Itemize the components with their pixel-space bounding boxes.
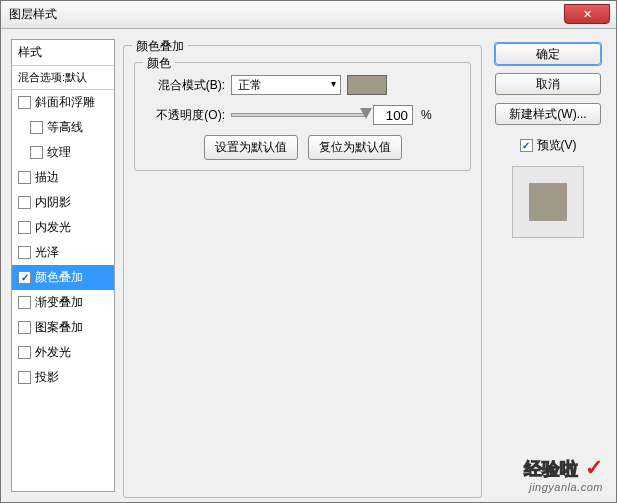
style-label: 等高线 bbox=[47, 119, 83, 136]
new-style-button[interactable]: 新建样式(W)... bbox=[495, 103, 601, 125]
options-panel: 颜色叠加 颜色 混合模式(B): 正常 不透明度(O): bbox=[123, 39, 482, 492]
style-item[interactable]: 纹理 bbox=[12, 140, 114, 165]
sidebar-blending-options[interactable]: 混合选项:默认 bbox=[12, 66, 114, 90]
slider-thumb-icon[interactable] bbox=[360, 108, 372, 119]
style-label: 颜色叠加 bbox=[35, 269, 83, 286]
style-checkbox[interactable] bbox=[18, 96, 31, 109]
style-item[interactable]: 斜面和浮雕 bbox=[12, 90, 114, 115]
section-title: 颜色叠加 bbox=[132, 38, 188, 55]
style-item[interactable]: 等高线 bbox=[12, 115, 114, 140]
style-checkbox[interactable] bbox=[18, 346, 31, 359]
preview-checkbox[interactable] bbox=[520, 139, 533, 152]
style-checkbox[interactable] bbox=[30, 121, 43, 134]
opacity-slider[interactable] bbox=[231, 113, 367, 117]
style-item[interactable]: 光泽 bbox=[12, 240, 114, 265]
section-fieldset: 颜色叠加 颜色 混合模式(B): 正常 不透明度(O): bbox=[123, 45, 482, 498]
blend-mode-label: 混合模式(B): bbox=[145, 77, 225, 94]
style-checkbox[interactable] bbox=[18, 371, 31, 384]
style-item[interactable]: 颜色叠加 bbox=[12, 265, 114, 290]
content-area: 样式 混合选项:默认 斜面和浮雕等高线纹理描边内阴影内发光光泽颜色叠加渐变叠加图… bbox=[1, 29, 616, 502]
style-checkbox[interactable] bbox=[18, 321, 31, 334]
style-label: 斜面和浮雕 bbox=[35, 94, 95, 111]
preview-swatch bbox=[529, 183, 567, 221]
style-label: 投影 bbox=[35, 369, 59, 386]
preview-box bbox=[512, 166, 584, 238]
titlebar: 图层样式 ✕ bbox=[1, 1, 616, 29]
opacity-unit: % bbox=[421, 108, 432, 122]
style-list: 斜面和浮雕等高线纹理描边内阴影内发光光泽颜色叠加渐变叠加图案叠加外发光投影 bbox=[12, 90, 114, 491]
style-checkbox[interactable] bbox=[18, 196, 31, 209]
style-item[interactable]: 投影 bbox=[12, 365, 114, 390]
style-label: 内发光 bbox=[35, 219, 71, 236]
style-item[interactable]: 图案叠加 bbox=[12, 315, 114, 340]
preview-label: 预览(V) bbox=[537, 137, 577, 154]
group-title: 颜色 bbox=[143, 55, 175, 72]
make-default-button[interactable]: 设置为默认值 bbox=[204, 135, 298, 160]
style-label: 渐变叠加 bbox=[35, 294, 83, 311]
style-label: 光泽 bbox=[35, 244, 59, 261]
style-checkbox[interactable] bbox=[30, 146, 43, 159]
layer-style-dialog: 图层样式 ✕ 样式 混合选项:默认 斜面和浮雕等高线纹理描边内阴影内发光光泽颜色… bbox=[0, 0, 617, 503]
styles-sidebar: 样式 混合选项:默认 斜面和浮雕等高线纹理描边内阴影内发光光泽颜色叠加渐变叠加图… bbox=[11, 39, 115, 492]
opacity-label: 不透明度(O): bbox=[145, 107, 225, 124]
close-button[interactable]: ✕ bbox=[564, 4, 610, 24]
opacity-input[interactable] bbox=[373, 105, 413, 125]
action-panel: 确定 取消 新建样式(W)... 预览(V) bbox=[490, 39, 606, 492]
cancel-button[interactable]: 取消 bbox=[495, 73, 601, 95]
sidebar-header[interactable]: 样式 bbox=[12, 40, 114, 66]
blend-mode-value: 正常 bbox=[238, 77, 262, 94]
style-checkbox[interactable] bbox=[18, 271, 31, 284]
blend-mode-row: 混合模式(B): 正常 bbox=[145, 75, 460, 95]
style-checkbox[interactable] bbox=[18, 171, 31, 184]
style-checkbox[interactable] bbox=[18, 246, 31, 259]
style-label: 图案叠加 bbox=[35, 319, 83, 336]
preview-row[interactable]: 预览(V) bbox=[520, 137, 577, 154]
style-checkbox[interactable] bbox=[18, 296, 31, 309]
style-label: 纹理 bbox=[47, 144, 71, 161]
ok-button[interactable]: 确定 bbox=[495, 43, 601, 65]
opacity-row: 不透明度(O): % bbox=[145, 105, 460, 125]
window-title: 图层样式 bbox=[9, 6, 57, 23]
style-label: 描边 bbox=[35, 169, 59, 186]
style-item[interactable]: 内阴影 bbox=[12, 190, 114, 215]
blend-mode-dropdown[interactable]: 正常 bbox=[231, 75, 341, 95]
style-label: 外发光 bbox=[35, 344, 71, 361]
color-swatch[interactable] bbox=[347, 75, 387, 95]
style-item[interactable]: 渐变叠加 bbox=[12, 290, 114, 315]
default-buttons-row: 设置为默认值 复位为默认值 bbox=[145, 135, 460, 160]
style-item[interactable]: 描边 bbox=[12, 165, 114, 190]
close-icon: ✕ bbox=[583, 8, 592, 21]
style-label: 内阴影 bbox=[35, 194, 71, 211]
reset-default-button[interactable]: 复位为默认值 bbox=[308, 135, 402, 160]
style-item[interactable]: 外发光 bbox=[12, 340, 114, 365]
style-item[interactable]: 内发光 bbox=[12, 215, 114, 240]
color-group: 颜色 混合模式(B): 正常 不透明度(O): bbox=[134, 62, 471, 171]
style-checkbox[interactable] bbox=[18, 221, 31, 234]
